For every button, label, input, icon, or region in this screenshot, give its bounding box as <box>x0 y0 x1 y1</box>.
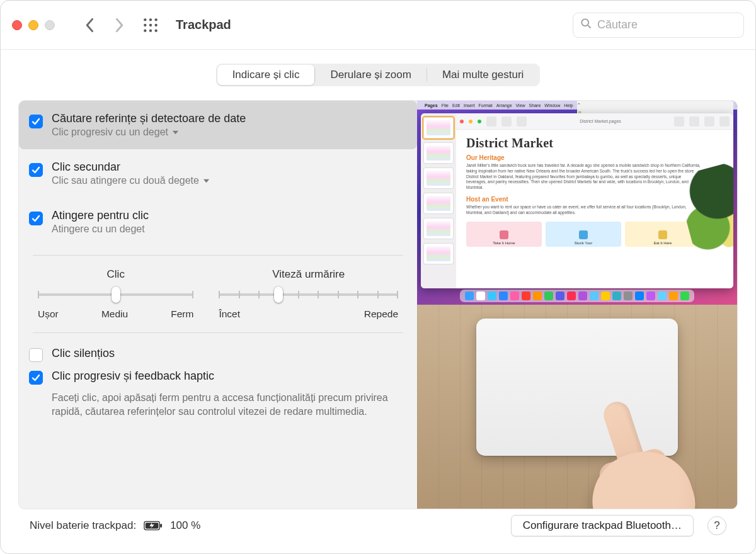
option-sub-menu[interactable]: Clic progresiv cu un deget <box>52 127 246 138</box>
tab-label: Indicare și clic <box>232 69 300 81</box>
checkbox-force-click[interactable] <box>29 371 43 385</box>
svg-point-9 <box>581 19 588 26</box>
lower-options: Clic silențios Clic progresiv și feedbac… <box>19 342 417 428</box>
preview-doc-title: District Market <box>466 136 701 150</box>
minimize-window-icon[interactable] <box>28 20 38 30</box>
svg-point-7 <box>149 29 152 31</box>
preview-doc-window: District Market.pages District Market Ou… <box>421 113 733 288</box>
tracking-slider[interactable] <box>219 287 398 302</box>
svg-point-0 <box>144 18 146 21</box>
option-label: Clic silențios <box>52 347 115 360</box>
option-sub-menu[interactable]: Clic sau atingere cu două degete <box>52 175 210 186</box>
click-slider[interactable] <box>38 287 193 302</box>
preview-dock <box>460 290 694 302</box>
svg-marker-11 <box>173 130 178 134</box>
click-slider-stops: Ușor Mediu Ferm <box>38 308 193 320</box>
help-button[interactable]: ? <box>707 516 726 535</box>
option-label: Clic progresiv și feedback haptic <box>52 370 214 383</box>
click-slider-label: Clic <box>107 268 125 281</box>
toolbar: Trackpad <box>1 1 755 50</box>
svg-point-5 <box>155 23 158 26</box>
footer: Nivel baterie trackpad: 100 % Configurar… <box>18 509 738 542</box>
search-field[interactable] <box>573 13 744 38</box>
option-silent-click[interactable]: Clic silențios <box>29 343 403 366</box>
tab-label: Derulare și zoom <box>330 69 411 81</box>
close-window-icon[interactable] <box>12 20 22 30</box>
preferences-window: Trackpad Indicare și clic Derulare și zo… <box>0 0 756 554</box>
gesture-preview: PagesFileEditInsertFormatArrangeViewShar… <box>417 101 737 509</box>
option-secondary-click[interactable]: Clic secundar Clic sau atingere cu două … <box>19 149 417 198</box>
svg-rect-14 <box>160 524 162 528</box>
preview-trackpad <box>417 305 737 509</box>
svg-point-4 <box>149 23 152 26</box>
chevron-down-icon <box>172 129 179 136</box>
preview-thumbnails <box>421 113 456 288</box>
search-input[interactable] <box>597 18 743 31</box>
tab-more-gestures[interactable]: Mai multe gesturi <box>427 65 539 85</box>
tracking-slider-label: Viteză urmărire <box>272 268 345 281</box>
svg-point-1 <box>149 18 152 21</box>
preview-heading: Host an Event <box>466 196 701 203</box>
settings-panel: Căutare referințe și detectoare de date … <box>18 100 738 509</box>
force-click-description: Faceți clic, apoi apăsați ferm pentru a … <box>52 391 403 418</box>
preview-menubar: PagesFileEditInsertFormatArrangeViewShar… <box>417 101 737 110</box>
tab-label: Mai multe gesturi <box>442 69 524 81</box>
click-slider-group: Clic Ușor Mediu Ferm <box>38 268 193 320</box>
battery-icon <box>144 521 163 531</box>
checkbox-tap-to-click[interactable] <box>29 212 43 225</box>
sliders-row: Clic Ușor Mediu Ferm Viteză <box>19 264 417 324</box>
preview-heading: Our Heritage <box>466 154 701 161</box>
tab-scroll-and-zoom[interactable]: Derulare și zoom <box>315 65 427 85</box>
svg-line-10 <box>588 25 590 28</box>
hand-illustration <box>554 395 693 509</box>
zoom-window-icon <box>45 20 55 30</box>
option-label: Căutare referințe și detectoare de date <box>52 112 246 125</box>
content-area: Indicare și clic Derulare și zoom Mai mu… <box>1 50 755 553</box>
battery-label: Nivel baterie trackpad: <box>30 519 136 532</box>
show-all-prefs-icon[interactable] <box>139 14 162 37</box>
forward-button <box>110 14 128 37</box>
option-label: Clic secundar <box>52 161 210 174</box>
window-title: Trackpad <box>176 18 231 32</box>
checkbox-secondary-click[interactable] <box>29 163 43 177</box>
chevron-down-icon <box>203 178 210 184</box>
tab-point-and-click[interactable]: Indicare și clic <box>217 65 315 85</box>
tracking-slider-group: Viteză urmărire Încet Repede <box>219 268 398 320</box>
option-force-click[interactable]: Clic progresiv și feedback haptic <box>29 366 403 388</box>
preview-body: Janet Miller's little sandwich truck sur… <box>466 163 701 191</box>
battery-percent: 100 % <box>170 519 200 532</box>
option-sub-label: Clic progresiv cu un deget <box>52 127 168 138</box>
option-sub-label: Atingere cu un deget <box>52 223 149 235</box>
svg-point-6 <box>144 29 146 31</box>
svg-point-2 <box>155 18 158 21</box>
option-sub-label: Clic sau atingere cu două degete <box>52 175 199 186</box>
preview-cards: Take It Home Stock Your Eat It Here <box>466 222 701 247</box>
checkbox-silent-click[interactable] <box>29 348 43 362</box>
svg-point-3 <box>144 23 146 26</box>
svg-point-8 <box>155 29 158 31</box>
settings-list: Căutare referințe și detectoare de date … <box>19 101 417 509</box>
svg-marker-12 <box>203 179 209 183</box>
option-label: Atingere pentru clic <box>52 209 149 222</box>
traffic-lights <box>12 20 55 30</box>
setup-bluetooth-button[interactable]: Configurare trackpad Bluetooth… <box>511 515 694 536</box>
search-icon <box>580 17 592 33</box>
preview-screen: PagesFileEditInsertFormatArrangeViewShar… <box>417 101 737 305</box>
option-tap-to-click[interactable]: Atingere pentru clic Atingere cu un dege… <box>19 198 417 246</box>
option-lookup[interactable]: Căutare referințe și detectoare de date … <box>19 101 417 149</box>
checkbox-lookup[interactable] <box>29 115 43 128</box>
tab-bar: Indicare și clic Derulare și zoom Mai mu… <box>216 64 541 86</box>
back-button[interactable] <box>81 14 99 37</box>
tracking-slider-stops: Încet Repede <box>219 308 398 320</box>
preview-body: Whether you want to rent our space or ha… <box>466 205 701 216</box>
